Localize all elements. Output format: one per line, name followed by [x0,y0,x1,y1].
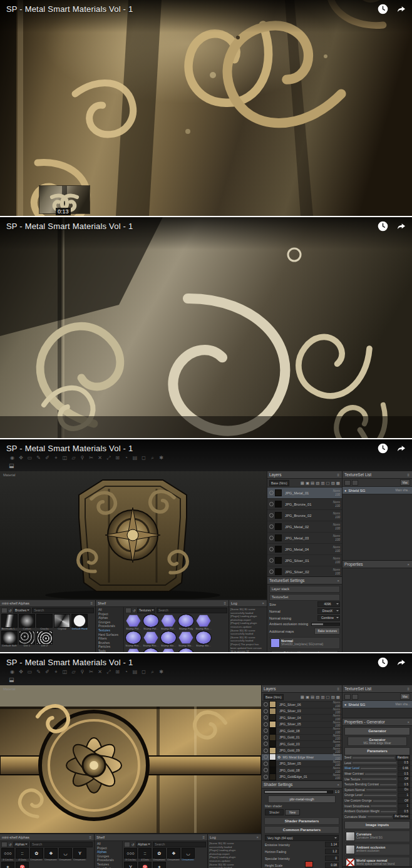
quality-dropdown[interactable]: Very high (64 spp) [265,835,339,841]
stamp-thumbnail[interactable]: Stamp Rec... [125,631,142,647]
shader-parameter-row[interactable]: Specular Intensity0 [262,855,342,862]
panel-menu-icon[interactable]: ≡ [337,687,340,691]
textureset-button[interactable]: TextureSet [269,594,340,601]
layers-tool-icon[interactable]: ▩ [336,481,340,486]
shelf-category[interactable]: All [95,842,122,846]
textureset-setting-row[interactable]: Ambient occlusion mixing [267,621,342,626]
layer-row[interactable]: JPG_Silver_05 Norm100 [262,722,342,728]
shelf-category[interactable]: Filters [96,636,123,641]
parameter-slider[interactable] [373,800,396,802]
layers-tool-icon[interactable]: ▤ [311,695,314,700]
parameter-slider[interactable] [380,784,396,785]
video-title[interactable]: SP - Metal Smart Materials Vol - 1 [0,439,412,457]
layer-row[interactable]: JPG_Bronze_02 Norm100 [267,510,342,521]
shader-parameter-row[interactable]: Height Scale0.08 [262,862,342,868]
parameter-slider[interactable] [362,779,396,780]
layer-visibility-toggle[interactable] [264,742,268,746]
textureset-row[interactable]: ● Shield SG Main sha... [342,700,412,708]
alpha-thumbnail[interactable]: ○○○3 Circles [1,849,14,861]
shelf-filter-dropdown[interactable]: Alphas [136,842,152,847]
stamp-thumbnail[interactable]: Stamp Slo... [195,631,212,647]
layer-row[interactable]: JPG_Metal_04 Norm100 [267,544,342,555]
stamp-thumbnail[interactable]: Stamp Rec... [195,615,212,630]
view-mode-icon[interactable] [1,608,8,613]
shelf-category[interactable]: Textures [96,628,123,633]
shelf-category[interactable]: Tools [96,649,123,652]
stamp-thumbnail[interactable]: Stamp Poly [178,615,194,630]
stamp-thumbnail[interactable]: Stamp Slo... [160,631,177,647]
brush-thumbnail[interactable]: Cracks [36,615,53,630]
layer-row[interactable]: JPG_Silver_02 Norm100 [267,566,342,577]
layer-row[interactable]: JPG_Silver_01 Norm100 [267,555,342,566]
stamp-thumbnail[interactable]: Stamp Pol... [160,615,177,630]
video-frame-1[interactable]: SP - Metal Smart Materials Vol - 1 0:13 [0,0,412,216]
image-input-card[interactable]: Ambient occlusionambient occlusion [344,844,410,855]
layer-visibility-toggle[interactable] [264,735,268,740]
stamp-thumbnail[interactable]: Stamp Squ... [125,648,142,652]
layers-tool-icon[interactable]: ▩ [336,695,340,700]
stamp-thumbnail[interactable]: Stamp Squ... [143,648,159,652]
parameter-slider[interactable] [361,768,396,769]
generator-parameter-row[interactable]: Seed Random [342,755,412,761]
back-icon[interactable]: ↺ [9,608,12,613]
textureset-setting-row[interactable]: Normal mixingCombine [267,615,342,621]
shelf-category[interactable]: Grunges [95,854,122,859]
parameter-slider[interactable] [365,774,396,775]
layers-tool-icon[interactable]: ▥ [321,481,324,486]
share-icon[interactable] [396,222,407,234]
image-input-card[interactable]: World space normalWorld space normal not… [344,857,410,867]
view-mode-icon[interactable] [125,608,131,613]
brush-thumbnail[interactable]: Cotton [19,615,35,630]
layer-row[interactable]: JPG_Gold_08 Norm100 [262,728,342,735]
layers-tool-icon[interactable]: ▦ [301,481,304,486]
layer-row[interactable]: ⚙ MG Metal Edge Wear Norm100 [262,754,342,761]
generator-parameter-row[interactable]: Texture Blending Contrast 0.5 [342,782,412,788]
generator-parameter-row[interactable]: Curvature Model Per Vertex [342,815,412,820]
viewport-3d[interactable]: Material [0,471,267,599]
layer-blend-dropdown[interactable]: Base (Nrm) [264,694,284,700]
shader-select-button[interactable]: pbr-metal-rough [268,795,336,803]
shader-parameter-row[interactable]: Horizon Fading1.2 [262,848,342,855]
layer-visibility-toggle[interactable] [264,728,268,733]
alpha-thumbnail[interactable]: ✶Ornament 5 [1,862,14,868]
shelf-category[interactable]: Alphas [95,850,122,854]
layer-row[interactable]: JPG_Metal_01 Norm100 [267,488,342,499]
parameter-slider[interactable] [371,805,396,807]
layers-tool-icon[interactable]: ▢ [326,481,330,486]
layer-stack-button[interactable]: Layer stack [269,586,340,593]
select-world-space-normal-button[interactable]: Select world space normal map [271,650,338,652]
generator-parameter-row[interactable]: Wear Contrast 0.5 [342,772,412,777]
layer-visibility-toggle[interactable] [264,715,268,720]
layer-row[interactable]: JPG_Gold_08 Norm100 [262,767,342,774]
shelf-search-input[interactable] [157,608,227,613]
video-title[interactable]: SP - Metal Smart Materials Vol - 1 [0,217,412,235]
parameter-slider[interactable] [381,811,396,812]
generator-select-button[interactable]: GeneratorMG Metal Edge Wear [348,737,407,746]
panel-close-icon[interactable]: × [256,835,259,839]
back-icon[interactable]: ↺ [131,842,135,847]
shelf-category[interactable]: Project [96,612,123,616]
panel-close-icon[interactable]: × [407,563,410,566]
sort-icon[interactable] [352,480,358,486]
sort-icon[interactable] [352,694,358,700]
layer-row[interactable]: JPG_Metal_02 Norm100 [267,521,342,533]
layer-row[interactable]: JPG_Silver_05 Norm100 [262,761,342,768]
textureset-setting-row[interactable]: Size4096 [267,601,342,608]
share-icon[interactable] [396,658,407,670]
image-input-card[interactable]: CurvatureCurvature Shield SG [344,830,410,842]
shelf-category[interactable]: Particles [96,645,123,649]
alpha-thumbnail[interactable]: ❖Ornament 2 [44,849,58,861]
panel-menu-icon[interactable]: ≡ [407,687,410,691]
color-swatch[interactable] [306,862,312,867]
stamp-thumbnail[interactable]: Stamp Tor... [160,648,177,652]
share-icon[interactable] [396,444,407,456]
alpha-thumbnail[interactable]: ◡Ornament 3 [59,849,72,861]
layers-tool-icon[interactable]: ▦ [301,695,304,700]
parameter-slider[interactable] [353,757,394,758]
generator-parameter-row[interactable]: Invert Smoothness 1 [342,804,412,809]
stamp-thumbnail[interactable]: Stamp Pol... [143,615,159,630]
shelf-filter-dropdown[interactable]: Textures [137,608,155,613]
layer-row[interactable]: JPG_Gold_01 Norm100 [262,735,342,742]
view-mode-icon[interactable] [1,842,8,847]
back-icon[interactable]: ↺ [133,608,136,613]
